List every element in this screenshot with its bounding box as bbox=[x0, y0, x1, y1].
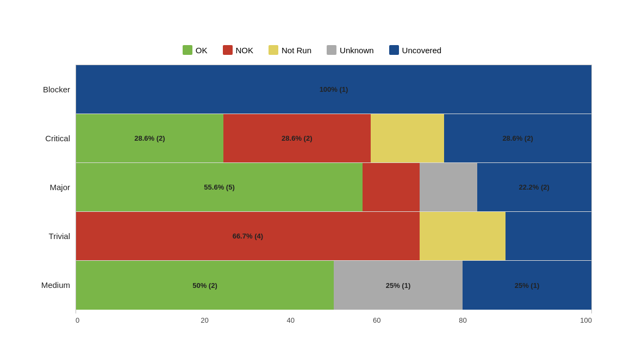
legend-item-unknown: Unknown bbox=[327, 45, 374, 55]
y-label-blocker: Blocker bbox=[32, 65, 76, 114]
x-tick-40: 40 bbox=[248, 316, 334, 324]
legend-item-notrun: Not Run bbox=[269, 45, 311, 55]
bar-segment-nok: 28.6% (2) bbox=[223, 114, 371, 162]
x-tick-60: 60 bbox=[334, 316, 420, 324]
x-tick-100: 100 bbox=[506, 316, 592, 324]
bar-segment-unknown: 25% (1) bbox=[334, 261, 463, 310]
bars-wrapper: 100% (1)28.6% (2)28.6% (2)28.6% (2)55.6%… bbox=[76, 65, 592, 313]
legend: OKNOKNot RunUnknownUncovered bbox=[32, 45, 592, 55]
bar-segment-uncovered: 25% (1) bbox=[463, 261, 591, 310]
bar-segment-notrun bbox=[371, 114, 444, 162]
legend-item-nok: NOK bbox=[223, 45, 254, 55]
legend-item-uncovered: Uncovered bbox=[389, 45, 442, 55]
legend-label-nok: NOK bbox=[236, 46, 254, 55]
bar-row-critical: 28.6% (2)28.6% (2)28.6% (2) bbox=[76, 114, 591, 163]
y-labels: BlockerCriticalMajorTrivialMedium bbox=[32, 65, 76, 324]
y-label-trivial: Trivial bbox=[32, 211, 76, 260]
bar-segment-ok: 50% (2) bbox=[76, 261, 334, 310]
chart-area: BlockerCriticalMajorTrivialMedium 100% (… bbox=[32, 65, 592, 324]
bars-and-axis: 100% (1)28.6% (2)28.6% (2)28.6% (2)55.6%… bbox=[76, 65, 592, 324]
bar-row-trivial: 66.7% (4) bbox=[76, 212, 591, 261]
legend-swatch-ok bbox=[183, 45, 192, 55]
bar-segment-ok: 55.6% (5) bbox=[76, 163, 363, 211]
legend-label-uncovered: Uncovered bbox=[402, 46, 442, 55]
bar-row-major: 55.6% (5)22.2% (2) bbox=[76, 163, 591, 212]
y-label-major: Major bbox=[32, 162, 76, 211]
bar-segment-notrun bbox=[420, 212, 506, 260]
bar-row-blocker: 100% (1) bbox=[76, 65, 591, 114]
legend-swatch-unknown bbox=[327, 45, 336, 55]
legend-label-unknown: Unknown bbox=[340, 46, 374, 55]
legend-item-ok: OK bbox=[183, 45, 208, 55]
bar-segment-uncovered: 22.2% (2) bbox=[477, 163, 591, 211]
x-axis: 020406080100 bbox=[76, 313, 592, 324]
x-tick-0: 0 bbox=[76, 316, 161, 324]
bar-segment-nok bbox=[363, 163, 420, 211]
y-label-critical: Critical bbox=[32, 114, 76, 162]
bar-row-medium: 50% (2)25% (1)25% (1) bbox=[76, 261, 591, 310]
legend-label-ok: OK bbox=[196, 46, 208, 55]
bar-segment-nok: 66.7% (4) bbox=[76, 212, 420, 260]
bar-segment-ok: 28.6% (2) bbox=[76, 114, 223, 162]
bar-segment-uncovered: 100% (1) bbox=[76, 65, 591, 114]
y-label-medium: Medium bbox=[32, 260, 76, 309]
legend-swatch-notrun bbox=[269, 45, 278, 55]
chart-container: OKNOKNot RunUnknownUncovered BlockerCrit… bbox=[27, 34, 597, 330]
legend-swatch-uncovered bbox=[389, 45, 399, 55]
x-tick-20: 20 bbox=[161, 316, 247, 324]
legend-label-notrun: Not Run bbox=[282, 46, 311, 55]
x-tick-80: 80 bbox=[420, 316, 506, 324]
bar-segment-uncovered bbox=[506, 212, 591, 260]
bar-segment-unknown bbox=[420, 163, 477, 211]
bar-segment-uncovered: 28.6% (2) bbox=[444, 114, 591, 162]
legend-swatch-nok bbox=[223, 45, 233, 55]
